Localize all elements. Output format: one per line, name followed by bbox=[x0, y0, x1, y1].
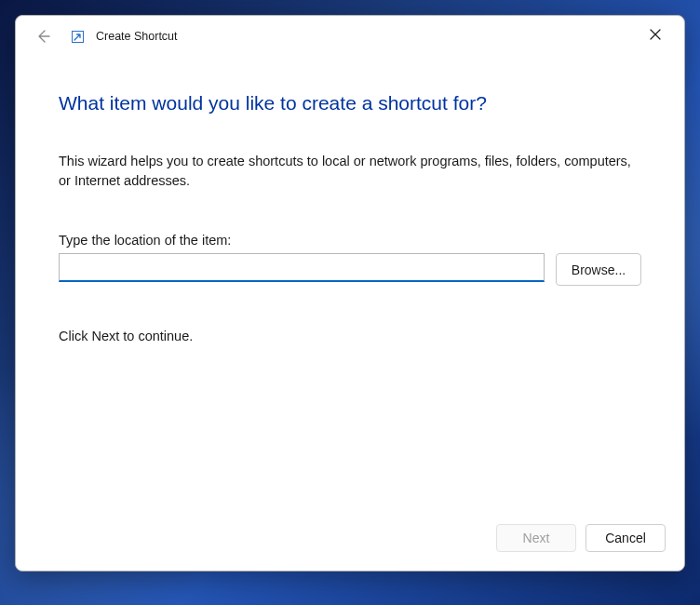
location-input[interactable] bbox=[59, 253, 545, 282]
continue-instruction: Click Next to continue. bbox=[59, 329, 641, 343]
browse-button[interactable]: Browse... bbox=[556, 253, 641, 286]
wizard-content: What item would you like to create a sho… bbox=[16, 53, 684, 524]
location-field-label: Type the location of the item: bbox=[59, 233, 641, 248]
window-title: Create Shortcut bbox=[96, 30, 178, 43]
close-icon bbox=[650, 29, 661, 40]
titlebar: Create Shortcut bbox=[16, 16, 684, 53]
shortcut-icon bbox=[70, 29, 85, 44]
back-arrow-icon bbox=[29, 23, 57, 49]
cancel-button[interactable]: Cancel bbox=[586, 524, 666, 552]
next-button: Next bbox=[496, 524, 576, 552]
create-shortcut-dialog: Create Shortcut What item would you like… bbox=[15, 15, 685, 571]
close-button[interactable] bbox=[636, 20, 675, 48]
location-input-row: Browse... bbox=[59, 253, 641, 286]
wizard-description: This wizard helps you to create shortcut… bbox=[59, 152, 641, 190]
page-heading: What item would you like to create a sho… bbox=[59, 92, 641, 114]
wizard-footer: Next Cancel bbox=[16, 524, 684, 571]
